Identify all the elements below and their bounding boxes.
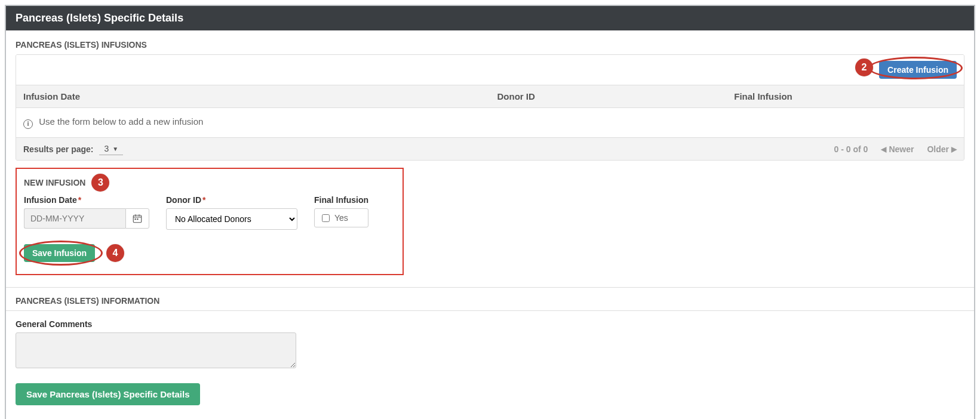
results-per-page: Results per page: 3 ▼ xyxy=(23,143,123,155)
empty-hint-text: Use the form below to add a new infusion xyxy=(39,116,203,127)
annotation-badge-4-text: 4 xyxy=(113,248,118,258)
annotation-badge-3-text: 3 xyxy=(98,177,103,188)
col-final-infusion[interactable]: Final Infusion xyxy=(727,85,964,108)
general-comments-input[interactable] xyxy=(16,332,296,368)
infusions-section-title: PANCREAS (ISLETS) INFUSIONS xyxy=(16,40,964,50)
divider xyxy=(6,287,974,288)
divider-2 xyxy=(6,310,974,311)
save-infusion-button[interactable]: Save Infusion xyxy=(24,244,95,262)
infusion-date-label: Infusion Date* xyxy=(24,195,149,205)
donor-id-select[interactable]: No Allocated Donors xyxy=(166,208,297,230)
annotation-badge-2-text: 2 xyxy=(862,62,867,73)
page-title: Pancreas (Islets) Specific Details xyxy=(16,12,183,24)
final-infusion-yes-label: Yes xyxy=(334,213,348,223)
final-infusion-label: Final Infusion xyxy=(314,195,368,205)
chevron-right-icon: ▶ xyxy=(951,145,957,153)
annotation-badge-3: 3 xyxy=(91,174,109,192)
infusions-table-wrap: 2 Create Infusion Infusion Date Donor ID… xyxy=(16,54,964,161)
new-infusion-fields: Infusion Date* xyxy=(24,195,395,230)
final-infusion-yes[interactable]: Yes xyxy=(314,208,368,227)
infusions-toolbar: 2 Create Infusion xyxy=(16,55,964,85)
infusions-table: Infusion Date Donor ID Final Infusion i … xyxy=(16,85,964,137)
annotation-badge-4: 4 xyxy=(106,244,124,262)
pager-newer-button[interactable]: ◀ Newer xyxy=(881,144,914,154)
info-section-title: PANCREAS (ISLETS) INFORMATION xyxy=(16,296,964,306)
infusion-date-field: Infusion Date* xyxy=(24,195,149,230)
table-footer: Results per page: 3 ▼ 0 - 0 of 0 ◀ Newer… xyxy=(16,137,964,160)
infusion-date-input[interactable] xyxy=(24,208,125,229)
svg-rect-4 xyxy=(135,218,136,220)
info-section: PANCREAS (ISLETS) INFORMATION General Co… xyxy=(16,287,964,419)
pager-newer-label: Newer xyxy=(889,144,914,154)
svg-rect-5 xyxy=(137,218,138,220)
results-label: Results per page: xyxy=(23,144,93,154)
new-infusion-form: NEW INFUSION 3 Infusion Date* xyxy=(16,168,404,275)
general-comments-label: General Comments xyxy=(16,319,964,329)
info-icon: i xyxy=(23,119,33,129)
chevron-down-icon: ▼ xyxy=(112,146,118,152)
results-per-page-select[interactable]: 3 ▼ xyxy=(99,143,123,155)
calendar-icon xyxy=(132,213,143,224)
col-donor-id[interactable]: Donor ID xyxy=(490,85,727,108)
create-infusion-button[interactable]: Create Infusion xyxy=(879,61,957,79)
save-details-label: Save Pancreas (Islets) Specific Details xyxy=(26,389,189,399)
donor-id-field: Donor ID* No Allocated Donors xyxy=(166,195,297,230)
annotation-badge-2: 2 xyxy=(855,58,873,76)
infusions-panel: PANCREAS (ISLETS) INFUSIONS 2 Create Inf… xyxy=(6,30,974,419)
create-infusion-label: Create Infusion xyxy=(887,65,948,75)
calendar-button[interactable] xyxy=(125,208,149,229)
results-per-page-value: 3 xyxy=(104,144,109,153)
page-title-bar: Pancreas (Islets) Specific Details xyxy=(6,6,974,30)
page-frame: Pancreas (Islets) Specific Details PANCR… xyxy=(5,5,975,419)
save-infusion-label: Save Infusion xyxy=(32,248,87,258)
pager-older-label: Older xyxy=(927,144,949,154)
pager: 0 - 0 of 0 ◀ Newer Older ▶ xyxy=(834,144,957,154)
chevron-left-icon: ◀ xyxy=(881,145,886,153)
donor-id-label: Donor ID* xyxy=(166,195,297,205)
table-empty-row: i Use the form below to add a new infusi… xyxy=(16,108,964,138)
final-infusion-field: Final Infusion Yes xyxy=(314,195,368,230)
new-infusion-section-title: NEW INFUSION xyxy=(24,178,85,187)
pager-older-button[interactable]: Older ▶ xyxy=(927,144,957,154)
final-infusion-checkbox[interactable] xyxy=(322,214,330,222)
save-details-button[interactable]: Save Pancreas (Islets) Specific Details xyxy=(16,383,200,405)
col-infusion-date[interactable]: Infusion Date xyxy=(16,85,490,108)
pager-range: 0 - 0 of 0 xyxy=(834,144,868,154)
